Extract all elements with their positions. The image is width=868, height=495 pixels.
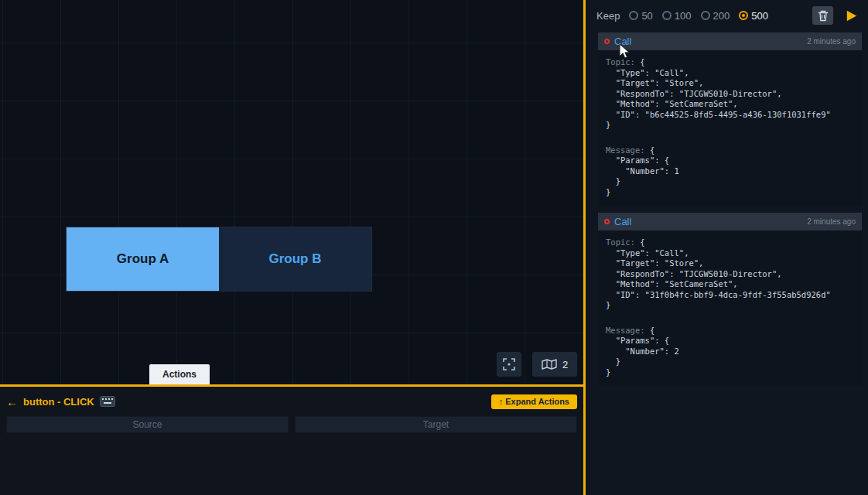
back-arrow-icon[interactable]: ← — [6, 396, 18, 408]
app-root: Group A Group B Actions — [0, 0, 868, 495]
message-header[interactable]: Call 2 minutes ago — [598, 213, 862, 230]
map-icon — [542, 358, 557, 370]
keyboard-icon — [100, 396, 115, 407]
message-timestamp: 2 minutes ago — [807, 217, 856, 226]
design-canvas[interactable]: Group A Group B Actions — [0, 0, 583, 384]
radio-icon — [739, 11, 748, 20]
topic-json: Topic: { "Type": "Call", "Target": "Stor… — [606, 57, 854, 131]
topic-label: Topic: — [606, 237, 640, 247]
message-card: Call 2 minutes ago Topic: { "Type": "Cal… — [598, 32, 862, 206]
radio-label: 100 — [675, 10, 692, 22]
message-header[interactable]: Call 2 minutes ago — [598, 32, 862, 50]
keep-option-50[interactable]: 50 — [629, 10, 652, 22]
keep-option-500[interactable]: 500 — [739, 10, 768, 22]
message-json: Message: { "Params": { "Number": 1 } } — [606, 145, 854, 198]
canvas-toolbar: 2 — [497, 352, 577, 377]
fit-view-icon — [502, 357, 516, 371]
message-log-panel: Keep 50 100 200 500 — [586, 0, 868, 495]
clear-messages-button[interactable] — [812, 6, 833, 25]
message-body: Topic: { "Type": "Call", "Target": "Stor… — [598, 50, 862, 206]
call-status-icon — [604, 219, 610, 224]
trash-icon — [818, 10, 829, 22]
target-input[interactable] — [295, 416, 577, 433]
message-body: Topic: { "Type": "Call", "Target": "Stor… — [598, 230, 862, 386]
source-target-row — [6, 416, 577, 433]
group-a-label: Group A — [117, 251, 169, 267]
message-type-label: Call — [614, 36, 631, 47]
radio-label: 200 — [713, 10, 730, 22]
message-label: Message: — [606, 326, 650, 335]
group-b-button[interactable]: Group B — [219, 227, 371, 291]
group-button-row: Group A Group B — [66, 227, 372, 292]
radio-label: 50 — [641, 10, 652, 22]
action-title: button - CLICK — [23, 396, 94, 408]
keep-option-200[interactable]: 200 — [701, 10, 730, 22]
source-input[interactable] — [6, 416, 289, 433]
group-a-button[interactable]: Group A — [67, 227, 219, 291]
radio-icon — [662, 11, 672, 20]
play-icon — [844, 9, 859, 23]
radio-label: 500 — [751, 10, 768, 22]
radio-icon — [701, 11, 710, 20]
message-type-label: Call — [614, 216, 631, 227]
keep-option-100[interactable]: 100 — [662, 10, 692, 22]
topic-json: Topic: { "Type": "Call", "Target": "Stor… — [606, 237, 854, 311]
actions-panel-header: ← button - CLICK ↑ Expand Act — [6, 392, 577, 411]
message-card: Call 2 minutes ago Topic: { "Type": "Cal… — [598, 213, 862, 386]
map-button[interactable]: 2 — [532, 352, 577, 377]
group-b-label: Group B — [269, 251, 322, 267]
action-breadcrumb: ← button - CLICK — [6, 396, 115, 408]
actions-tab[interactable]: Actions — [149, 364, 210, 384]
keep-label: Keep — [596, 10, 620, 22]
message-label: Message: — [606, 145, 650, 155]
topic-content: { "Type": "Call", "Target": "Store", "Re… — [606, 237, 831, 309]
topic-content: { "Type": "Call", "Target": "Store", "Re… — [606, 57, 831, 129]
play-button[interactable] — [842, 6, 860, 25]
actions-panel: ← button - CLICK ↑ Expand Act — [0, 387, 583, 495]
topic-label: Topic: — [606, 57, 640, 67]
fit-view-button[interactable] — [497, 352, 521, 377]
message-list: Call 2 minutes ago Topic: { "Type": "Cal… — [586, 31, 868, 495]
call-status-icon — [604, 39, 610, 44]
keep-bar: Keep 50 100 200 500 — [586, 0, 868, 31]
expand-actions-button[interactable]: ↑ Expand Actions — [491, 394, 577, 409]
radio-icon — [629, 11, 638, 20]
map-count-badge: 2 — [562, 359, 568, 370]
message-json: Message: { "Params": { "Number": 2 } } — [606, 326, 854, 378]
left-region: Group A Group B Actions — [0, 0, 583, 495]
message-timestamp: 2 minutes ago — [807, 37, 856, 46]
